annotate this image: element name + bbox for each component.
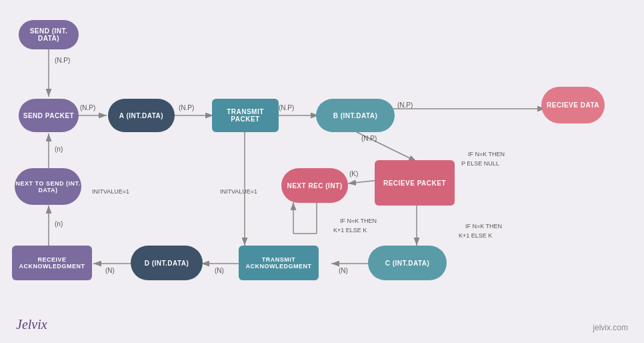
recieve-data-node: RECIEVE DATA — [541, 87, 605, 123]
label-n2: (n) — [55, 220, 63, 228]
send-int-data-node: SEND (INT. DATA) — [19, 20, 79, 49]
label-if-nk3: IF N=K THEN K+1 ELSE K — [459, 212, 502, 250]
diagram-container: SEND (INT. DATA) SEND PACKET A (INT.DATA… — [0, 0, 644, 343]
label-np5: (N.P) — [397, 101, 413, 109]
send-packet-node: SEND PACKET — [19, 99, 79, 132]
label-np6: (N.P) — [361, 135, 377, 142]
c-int-data-node: C (INT.DATA) — [368, 246, 447, 280]
next-rec-node: NEXT REC (INT) — [281, 168, 348, 203]
b-int-data-node: B (INT.DATA) — [316, 99, 395, 132]
label-np2: (N.P) — [80, 104, 95, 111]
label-if-nk1: IF N=K THEN P ELSE NULL — [461, 140, 505, 178]
brand-label: Jelvix — [16, 317, 47, 332]
label-n-big1: (N) — [105, 267, 115, 274]
label-initvalue1: INITVALUE=1 — [92, 188, 129, 195]
d-int-data-node: D (INT.DATA) — [131, 246, 203, 280]
website-label: jelvix.com — [593, 323, 628, 332]
label-k1: (K) — [349, 170, 358, 178]
transmit-acknowledgment-node: TRANSMIT ACKNOWLEDGMENT — [239, 246, 319, 280]
label-n-big2: (N) — [215, 267, 224, 274]
label-np4: (N.P) — [279, 104, 294, 111]
label-if-nk2: IF N=K THEN K+1 ELSE K — [333, 207, 377, 244]
label-initvalue2: INITVALUE=1 — [220, 188, 257, 195]
transmit-packet-node: TRANSMIT PACKET — [212, 99, 279, 132]
label-n-big3: (N) — [339, 267, 348, 274]
label-n1: (n) — [55, 145, 63, 153]
next-to-send-node: NEXT TO SEND (INT. DATA) — [15, 168, 81, 205]
recieve-packet-node: RECIEVE PACKET — [375, 160, 455, 206]
label-np1: (N.P) — [55, 57, 70, 64]
a-int-data-node: A (INT.DATA) — [108, 99, 175, 132]
label-np3: (N.P) — [179, 104, 194, 111]
receive-acknowledgment-node: RECEIVE ACKNOWLEDGMENT — [12, 246, 92, 280]
